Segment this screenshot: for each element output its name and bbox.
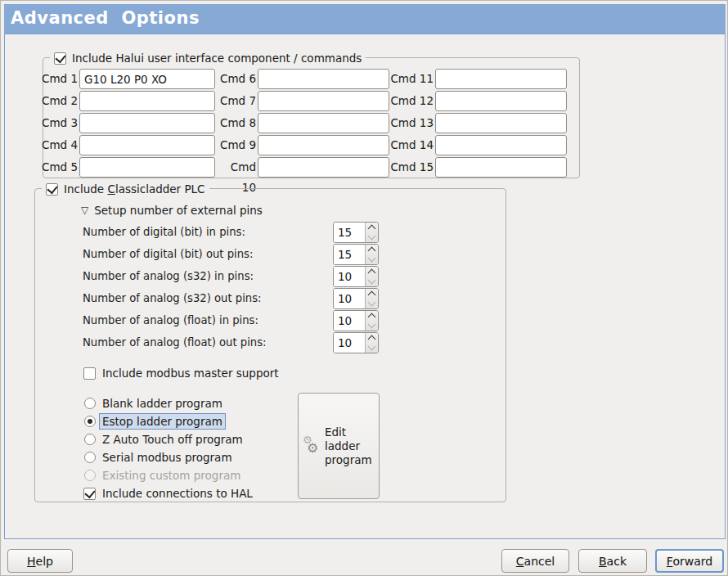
cmd13-input[interactable] — [435, 113, 567, 133]
spin-down-icon[interactable] — [366, 343, 378, 353]
analog-s32-in-spinbox — [333, 266, 379, 287]
analog-float-in-label: Number of analog (float) in pins: — [83, 314, 258, 326]
help-button[interactable]: Help — [7, 549, 73, 573]
analog-s32-in-label: Number of analog (s32) in pins: — [83, 270, 254, 282]
cmd3-label: Cmd 3 — [41, 113, 78, 133]
digital-out-spin-input[interactable] — [334, 245, 365, 264]
cmd6-input[interactable] — [258, 69, 389, 89]
cmd2-label: Cmd 2 — [41, 91, 78, 111]
forward-button[interactable]: Forward — [655, 549, 724, 573]
halui-frame-legend: Include Halui user interface component /… — [50, 50, 366, 66]
page-title: Advanced Options — [4, 4, 726, 34]
content-area: Include Halui user interface component /… — [4, 34, 726, 539]
classicladder-frame-legend: Include Classicladder PLC — [42, 181, 209, 197]
expander-label: Setup number of external pins — [94, 204, 263, 217]
spin-up-icon[interactable] — [366, 267, 378, 277]
spin-down-icon[interactable] — [366, 321, 378, 331]
cancel-button[interactable]: Cancel — [501, 549, 569, 573]
spin-buttons — [365, 333, 378, 353]
spin-down-icon[interactable] — [366, 254, 378, 264]
existing-custom-radio — [84, 470, 96, 481]
cmd15-input[interactable] — [435, 157, 567, 178]
spin-up-icon[interactable] — [366, 245, 378, 254]
serial-modbus-radio[interactable] — [84, 452, 96, 463]
external-pins-expander[interactable]: ▽ Setup number of external pins — [81, 204, 263, 217]
spin-down-icon[interactable] — [366, 299, 378, 308]
z-auto-touchoff-radio[interactable] — [84, 434, 96, 445]
cmd14-label: Cmd 14 — [389, 135, 434, 155]
spin-up-icon[interactable] — [366, 311, 378, 321]
serial-modbus-label: Serial modbus program — [102, 450, 232, 465]
analog-float-out-spinbox — [333, 332, 379, 353]
spin-buttons — [365, 245, 378, 264]
serial-modbus-option[interactable]: Serial modbus program — [84, 449, 232, 466]
estop-ladder-option[interactable]: Estop ladder program — [84, 413, 226, 430]
blank-ladder-label: Blank ladder program — [102, 396, 222, 411]
blank-ladder-option[interactable]: Blank ladder program — [84, 395, 222, 412]
digital-out-spinbox — [333, 244, 379, 265]
halui-legend-label: Include Halui user interface component /… — [72, 52, 362, 65]
digital-in-spinbox — [333, 222, 379, 243]
analog-s32-in-spin-input[interactable] — [334, 267, 365, 286]
back-button[interactable]: Back — [578, 549, 647, 573]
estop-ladder-radio[interactable] — [84, 416, 96, 427]
gears-icon: ⚙ ⚙ — [303, 435, 322, 457]
analog-s32-out-spin-input[interactable] — [334, 289, 365, 308]
cmd9-input[interactable] — [258, 135, 389, 155]
expander-arrow-icon: ▽ — [81, 205, 88, 216]
modbus-checkbox[interactable] — [83, 367, 96, 380]
digital-in-spin-input[interactable] — [334, 223, 365, 242]
edit-ladder-button-label: Edit ladder program — [325, 425, 379, 467]
modbus-option[interactable]: Include modbus master support — [83, 365, 279, 381]
cmd1-label: Cmd 1 — [41, 69, 78, 89]
analog-float-in-spin-input[interactable] — [334, 311, 365, 331]
spin-up-icon[interactable] — [366, 333, 378, 343]
cmd9-label: Cmd 9 — [217, 135, 256, 155]
spin-down-icon[interactable] — [366, 232, 378, 242]
spin-up-icon[interactable] — [366, 289, 378, 299]
analog-s32-out-spinbox — [333, 288, 379, 309]
cmd8-input[interactable] — [258, 113, 389, 133]
cmd11-label: Cmd 11 — [389, 69, 434, 89]
cmd7-label: Cmd 7 — [217, 91, 256, 111]
cmd4-input[interactable] — [79, 135, 215, 155]
spin-buttons — [365, 289, 378, 308]
cmd8-label: Cmd 8 — [217, 113, 256, 133]
spin-buttons — [365, 223, 378, 242]
blank-ladder-radio[interactable] — [84, 398, 96, 409]
cmd14-input[interactable] — [435, 135, 567, 155]
existing-custom-option: Existing custom program — [84, 467, 240, 484]
classicladder-checkbox[interactable] — [46, 183, 58, 196]
analog-float-out-spin-input[interactable] — [334, 333, 365, 353]
cmd12-input[interactable] — [435, 91, 567, 111]
analog-float-out-label: Number of analog (float) out pins: — [83, 336, 267, 349]
digital-in-label: Number of digital (bit) in pins: — [83, 226, 245, 238]
hal-connections-checkbox[interactable] — [83, 488, 96, 500]
z-auto-touchoff-label: Z Auto Touch off program — [102, 432, 243, 447]
spin-down-icon[interactable] — [366, 277, 378, 286]
cmd7-input[interactable] — [258, 91, 389, 111]
cmd10-input[interactable] — [258, 157, 389, 178]
cmd6-label: Cmd 6 — [217, 69, 256, 89]
spin-up-icon[interactable] — [366, 223, 378, 232]
z-auto-touchoff-option[interactable]: Z Auto Touch off program — [84, 431, 243, 448]
estop-ladder-label: Estop ladder program — [99, 413, 226, 430]
cmd12-label: Cmd 12 — [389, 91, 434, 111]
halui-checkbox[interactable] — [54, 52, 66, 65]
spin-buttons — [365, 267, 378, 286]
hal-connections-option[interactable]: Include connections to HAL — [83, 485, 253, 502]
digital-out-label: Number of digital (bit) out pins: — [83, 248, 253, 260]
cmd5-label: Cmd 5 — [41, 157, 78, 178]
cmd15-label: Cmd 15 — [389, 157, 434, 178]
spin-buttons — [365, 311, 378, 331]
existing-custom-label: Existing custom program — [102, 468, 240, 483]
edit-ladder-program-button[interactable]: ⚙ ⚙ Edit ladder program — [298, 393, 380, 499]
cmd11-input[interactable] — [435, 69, 567, 89]
cmd5-input[interactable] — [79, 157, 215, 178]
hal-connections-label: Include connections to HAL — [102, 486, 253, 501]
cmd3-input[interactable] — [79, 113, 215, 133]
analog-float-in-spinbox — [333, 310, 379, 331]
cmd1-input[interactable] — [79, 69, 215, 89]
cmd2-input[interactable] — [79, 91, 215, 111]
analog-s32-out-label: Number of analog (s32) out pins: — [83, 292, 262, 304]
